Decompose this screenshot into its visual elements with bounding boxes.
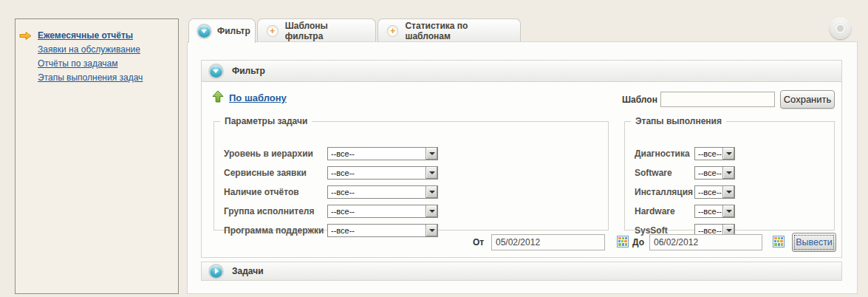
- date-to-input[interactable]: [649, 234, 762, 250]
- tab-filter[interactable]: Фильтр: [188, 18, 256, 43]
- dropdown-arrow-icon: [722, 186, 734, 198]
- panel-title: Фильтр: [232, 66, 265, 76]
- date-from-label: От: [473, 237, 484, 248]
- filter-panel: Фильтр По шаблону Шаблон Сохранить Парам…: [201, 60, 842, 258]
- date-to-label: До: [632, 237, 644, 248]
- chevron-down-circle-icon: [210, 65, 222, 78]
- select-value: --все--: [331, 188, 355, 197]
- plus-icon: +: [387, 25, 398, 37]
- select-support-program[interactable]: --все--: [327, 224, 438, 237]
- sidebar-link[interactable]: Ежемесячные отчёты: [38, 30, 133, 41]
- tab-label: Шаблоны фильтра: [285, 21, 366, 41]
- field-label: Сервисные заявки: [224, 168, 307, 178]
- field-label: Группа исполнителя: [224, 206, 314, 216]
- plus-icon: +: [267, 25, 278, 37]
- dropdown-arrow-icon: [426, 186, 437, 198]
- sidebar-item-task-stages[interactable]: Этапы выполнения задач: [38, 71, 174, 85]
- task-params-fieldset: Параметры задачи Уровень в иерархии --вс…: [213, 116, 609, 231]
- select-diagnostics[interactable]: --все--: [694, 147, 735, 160]
- arrow-up-green-icon: [212, 90, 224, 106]
- select-installation[interactable]: --все--: [694, 185, 735, 199]
- calendar-icon[interactable]: [772, 236, 785, 248]
- filter-panel-header[interactable]: Фильтр: [202, 61, 841, 82]
- sidebar-link[interactable]: Заявки на обслуживание: [38, 44, 140, 55]
- select-executor-group[interactable]: --все--: [327, 205, 438, 218]
- select-value: --все--: [331, 226, 355, 235]
- field-label: Инсталляция: [635, 187, 693, 197]
- by-template-link[interactable]: По шаблону: [229, 92, 287, 103]
- tasks-panel-header[interactable]: Задачи: [201, 262, 842, 281]
- tab-template-statistics[interactable]: + Статистика по шаблонам: [377, 18, 521, 42]
- save-button[interactable]: Сохранить: [780, 90, 835, 109]
- chevron-down-circle-icon: [198, 25, 211, 38]
- select-value: --все--: [331, 168, 355, 177]
- dropdown-arrow-icon: [426, 205, 437, 217]
- select-value: --все--: [698, 207, 722, 216]
- dropdown-arrow-icon: [722, 205, 734, 217]
- round-loader-button[interactable]: [830, 18, 851, 39]
- field-label: Hardware: [635, 206, 675, 216]
- ring-icon: [835, 23, 846, 34]
- field-label: Программа поддержки: [224, 225, 324, 236]
- active-item-arrow-icon: [19, 31, 32, 45]
- dropdown-arrow-icon: [722, 148, 734, 160]
- select-value: --все--: [698, 149, 722, 158]
- field-label: Уровень в иерархии: [224, 148, 313, 159]
- select-hardware[interactable]: --все--: [694, 205, 735, 218]
- calendar-icon[interactable]: [616, 236, 629, 248]
- field-label: Наличие отчётов: [224, 187, 299, 197]
- date-from-input[interactable]: [491, 234, 605, 250]
- by-template-row: По шаблону: [212, 90, 287, 106]
- dropdown-arrow-icon: [426, 225, 437, 236]
- select-service-requests[interactable]: --все--: [327, 166, 438, 180]
- template-label: Шаблон: [622, 95, 657, 105]
- field-label: Диагностика: [635, 148, 690, 159]
- sidebar: Ежемесячные отчёты Заявки на обслуживани…: [15, 18, 179, 294]
- sidebar-link[interactable]: Этапы выполнения задач: [38, 72, 143, 83]
- tab-filter-templates[interactable]: + Шаблоны фильтра: [257, 18, 376, 42]
- select-software[interactable]: --все--: [694, 166, 735, 180]
- chevron-right-circle-icon: [210, 265, 222, 278]
- select-value: --все--: [698, 168, 722, 177]
- sidebar-link[interactable]: Отчёты по задачам: [38, 58, 117, 69]
- sidebar-item-monthly-reports[interactable]: Ежемесячные отчёты: [38, 29, 174, 43]
- select-reports-presence[interactable]: --все--: [327, 185, 438, 199]
- field-label: Software: [635, 168, 672, 178]
- main-content: Фильтр По шаблону Шаблон Сохранить Парам…: [187, 41, 858, 294]
- dropdown-arrow-icon: [426, 148, 437, 160]
- panel-title: Задачи: [232, 266, 264, 276]
- stages-fieldset: Этапы выполнения Диагностика --все-- Sof…: [624, 116, 835, 231]
- fieldset-legend: Параметры задачи: [220, 116, 312, 126]
- show-button[interactable]: Вывести: [792, 233, 836, 252]
- sidebar-item-service-requests[interactable]: Заявки на обслуживание: [38, 43, 174, 57]
- select-hierarchy-level[interactable]: --все--: [327, 147, 438, 160]
- select-value: --все--: [331, 149, 355, 158]
- sidebar-item-task-reports[interactable]: Отчёты по задачам: [38, 57, 174, 71]
- select-value: --все--: [331, 207, 355, 216]
- select-value: --все--: [698, 188, 722, 197]
- tab-label: Статистика по шаблонам: [405, 21, 511, 41]
- template-name-input[interactable]: [660, 92, 775, 107]
- dropdown-arrow-icon: [426, 167, 437, 179]
- fieldset-legend: Этапы выполнения: [631, 116, 726, 126]
- dropdown-arrow-icon: [722, 167, 734, 179]
- tab-label: Фильтр: [217, 26, 250, 36]
